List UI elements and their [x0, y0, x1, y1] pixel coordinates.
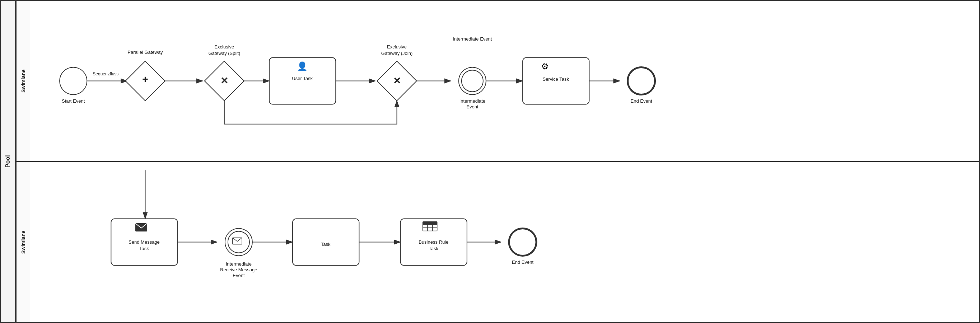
business-rule-task-label-line2: Task — [429, 246, 438, 251]
send-message-icon — [135, 223, 147, 231]
end-event-lane2-circle — [509, 228, 536, 256]
service-task-icon: ⚙ — [541, 61, 549, 71]
service-task-label: Service Task — [542, 76, 569, 82]
start-event-circle — [60, 67, 87, 94]
pool-label: Pool — [0, 0, 16, 323]
exclusive-gateway-split-label-line2: Gateway (Split) — [208, 51, 240, 56]
swimlane-1: Swimlane Start Event — [16, 1, 979, 162]
seq-flow-label: Sequenzfluss — [92, 72, 118, 76]
swimlane-2-content: Send Message Task Intermediate Receive M… — [30, 162, 979, 322]
exclusive-gateway-join-label-line1: Exclusive — [387, 44, 407, 49]
user-task-label: User Task — [292, 76, 313, 81]
exclusive-gateway-join-label-line2: Gateway (Join) — [381, 51, 412, 56]
parallel-gateway-icon: + — [142, 74, 148, 85]
exclusive-gateway-split-icon: ✕ — [220, 75, 228, 86]
parallel-gateway-label: Parallel Gateway — [127, 49, 163, 55]
swimlane-1-label: Swimlane — [16, 1, 30, 161]
intermediate-receive-inner — [228, 231, 250, 253]
end-event-lane2-label: End Event — [512, 259, 533, 265]
diagram-container: Pool Swimlane — [0, 0, 980, 323]
send-message-task-label-line1: Send Message — [129, 240, 160, 245]
svg-rect-6 — [423, 221, 437, 225]
swimlane-2: Swimlane — [16, 162, 979, 322]
send-message-task-label-line2: Task — [139, 246, 149, 251]
start-event-label: Start Event — [62, 98, 85, 104]
swimlane-1-content: Start Event Sequenzfluss + Parallel Gate… — [30, 1, 979, 161]
pool-label-text: Pool — [5, 155, 11, 168]
end-event-circle — [628, 67, 655, 94]
intermediate-receive-label-line1: Intermediate — [226, 261, 251, 267]
intermediate-event-label-line1: Intermediate — [460, 98, 485, 104]
swimlane-2-label: Swimlane — [16, 162, 30, 322]
intermediate-event-header-label: Intermediate Event — [453, 36, 492, 41]
intermediate-event-inner — [461, 70, 483, 92]
business-rule-task-label-line1: Business Rule — [418, 240, 449, 245]
exclusive-gateway-join-icon: ✕ — [393, 75, 401, 86]
pool-content: Swimlane Start Event — [16, 0, 980, 323]
exclusive-gateway-split-label-line1: Exclusive — [214, 44, 234, 49]
intermediate-receive-label-line2: Receive Message — [220, 267, 257, 272]
end-event-label: End Event — [631, 98, 652, 104]
intermediate-event-label-line2: Event — [466, 104, 479, 110]
task-label: Task — [321, 242, 331, 247]
intermediate-receive-label-line3: Event — [232, 273, 245, 278]
user-task-icon: 👤 — [297, 61, 308, 72]
